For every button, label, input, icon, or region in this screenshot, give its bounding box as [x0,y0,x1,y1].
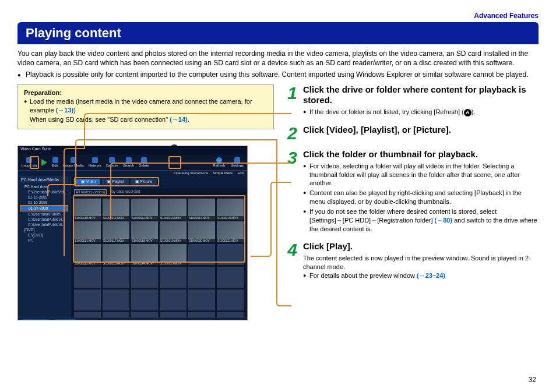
page-ref-link[interactable]: (→13) [56,107,74,114]
step-3: 3 Click the folder or thumbnail for play… [284,149,539,235]
thumbnail[interactable]: S1000118.MOV [131,221,158,242]
view-selector: All folders (video) by date recorded [71,188,247,196]
sidebar-item[interactable]: 01-15-2009 [20,195,68,200]
thumbnail [217,244,244,265]
thumbnail-empty [74,289,101,310]
thumbnail[interactable]: S1000125.MOV [160,244,186,265]
sidebar-item-selected[interactable]: 01-17-2009 [20,205,68,211]
step-bullet: For details about the preview window (→2… [303,271,539,280]
footer-list[interactable]: List [81,320,86,321]
thumbnail-label: S1000120.MOV [188,239,215,242]
sidebar-item[interactable]: E:\(DVD) [20,232,68,238]
text: . [188,116,189,123]
refresh-icon [216,157,222,163]
thumbnail[interactable]: S1000110.MOV [74,199,101,220]
step-bullet: For videos, selecting a folder will play… [303,162,539,188]
page-ref-link[interactable]: (→80) [435,217,453,224]
sidebar-item[interactable]: PC Hard drive [20,184,68,189]
sidebar-item[interactable]: F:\ [20,238,68,243]
thumbnail-empty [217,312,244,317]
view-by-date[interactable]: by date recorded [111,189,140,195]
toolbar-play-button[interactable] [41,159,47,166]
toolbar-edit[interactable]: Edit [52,157,58,167]
step-1: 1 Click the drive or folder where conten… [284,84,539,118]
thumbnail[interactable]: S1000124.MOV [131,244,158,265]
thumbnail-label: S1000119.MOV [160,239,186,242]
thumbnail[interactable]: S1000115.MOV [217,199,244,220]
tab-picture[interactable]: ▣ Picture [131,179,157,185]
toolbar-delete[interactable]: Delete [139,157,149,167]
play-icon [41,159,47,166]
page-ref-link[interactable]: (→14) [170,116,188,123]
view-all-folders[interactable]: All folders (video) [74,189,107,195]
thumbnail-empty [103,289,129,310]
step-bullet: If you do not see the folder where desir… [303,207,539,234]
toolbar-network[interactable]: Network [89,157,101,167]
step-title: Click the drive or folder where content … [303,84,539,107]
thumbnail[interactable]: S1000120.MOV [188,221,215,242]
step-title: Click [Video], [Playlist], or [Picture]. [303,125,539,136]
thumbnail-label: S1000125.MOV [160,262,186,265]
page-number: 32 [529,376,536,384]
thumbnail-label: S1000123.MOV [103,262,129,265]
thumbnail[interactable]: S1000111.MOV [103,199,129,220]
steps-column: 1 Click the drive or folder where conten… [284,84,539,321]
step-number: 1 [284,84,297,118]
thumbnail[interactable]: S1000117.MOV [103,221,129,242]
thumbnail[interactable]: S1000111.MOV [74,221,101,242]
sidebar-item[interactable]: C:\UserdataPublicVi… [20,222,68,227]
toolbar-import[interactable]: Import via [22,157,37,167]
sidebar-item[interactable]: [DVD] [20,227,68,232]
intro-note: Playback is possible only for content im… [17,70,539,79]
tabs-highlight-ring: ▣ Video ▣ Playlist ▣ Picture [74,177,159,186]
thumbnail-empty [103,267,129,288]
thumbnail[interactable]: S1000112.MOV [131,199,158,220]
sidebar-item[interactable]: C:\UserdataPublicVi… [20,217,68,222]
toolbar-settings[interactable]: Settings [231,157,244,167]
sidebar-item[interactable]: C:\Userdata\Public\ [20,211,68,217]
thumbnail-label: S1000113.MOV [160,216,186,220]
thumbnail[interactable]: S1000114.MOV [188,199,215,220]
thumbnail[interactable]: S1000113.MOV [160,199,186,220]
menu-simple[interactable]: Simple Menu [213,171,233,175]
thumbnail-empty [74,267,101,288]
tab-playlist[interactable]: ▣ Playlist [102,179,128,185]
preparation-title: Preparation: [24,89,268,97]
thumbnail-label: S1000124.MOV [131,262,158,265]
thumbnail [188,244,215,265]
sidebar-item[interactable]: E:\UserdataPublicVid… [20,189,68,195]
toolbar-search[interactable]: Search [123,157,134,167]
step-number: 3 [284,149,297,235]
menu-op-instructions[interactable]: Operating Instructions [174,171,208,175]
thumbnail[interactable]: S1000119.MOV [160,221,186,242]
thumbnail[interactable]: S1000122.MOV [74,244,101,265]
toolbar-capture[interactable]: Capture [106,157,118,167]
footer-details[interactable]: ▤ Details [54,319,76,320]
footer-small[interactable]: ▫ Small [203,320,221,321]
thumbnail[interactable]: S1000123.MOV [103,244,129,265]
step-title: Click the folder or thumbnail for playba… [303,149,539,160]
thumbnail-empty [131,289,158,310]
intro-paragraph: You can play back the video content and … [17,49,539,68]
thumbnail-empty [131,267,158,288]
toolbar-create-media[interactable]: Create Media [63,157,84,167]
tab-video[interactable]: ▣ Video [76,179,100,185]
step-title: Click [Play]. [303,241,539,252]
thumbnail-empty [188,289,215,310]
thumbnail[interactable]: S1000121.MOV [217,221,244,242]
sidebar-item[interactable]: 01-16-2009 [20,200,68,205]
footer-thumbnail[interactable]: ▦ Thumbnail [22,319,50,320]
section-header[interactable]: Advanced Features [17,12,539,20]
content-tabs: ▣ Video ▣ Playlist ▣ Picture [71,175,247,188]
footer-large[interactable]: ▪ Large [226,320,244,321]
thumbnail-label: S1000118.MOV [131,239,158,242]
thumbnail-label: S1000112.MOV [131,216,158,220]
toolbar-refresh[interactable]: Refresh [213,157,225,167]
page-ref-link[interactable]: (→23–24) [417,272,445,279]
thumbnail-label: S1000121.MOV [217,239,244,242]
app-toolbar: Import via Edit Create Media Network Cap… [18,154,247,171]
thumbnail-label: S1000114.MOV [188,216,215,220]
thumbnail-empty [74,312,101,317]
thumbnail-empty [188,312,215,317]
menu-exit[interactable]: Exit [238,171,244,175]
